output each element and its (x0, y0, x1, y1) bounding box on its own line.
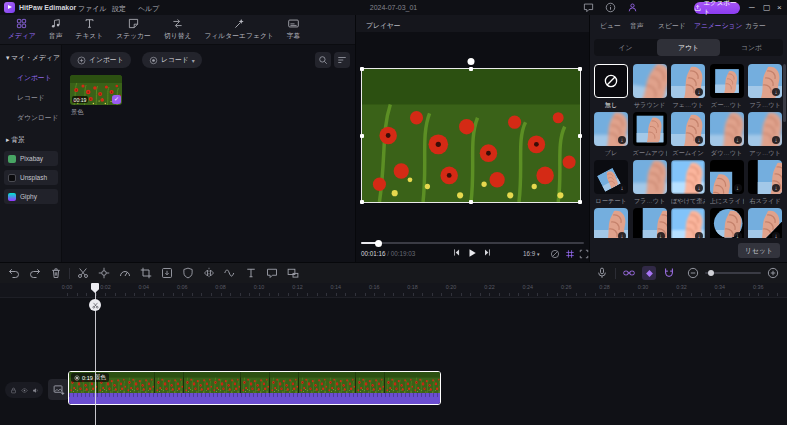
effect-card[interactable]: ↓ぼやけて歪み (671, 160, 705, 204)
effect-card[interactable]: ↓ローテート (594, 160, 628, 204)
mic-icon[interactable] (596, 267, 608, 279)
subtab-combo[interactable]: コンボ (720, 39, 783, 56)
menu-settings[interactable]: 設定 (112, 4, 126, 14)
text-tool-icon[interactable] (245, 267, 257, 279)
menu-help[interactable]: ヘルプ (138, 4, 160, 14)
sidebar-item-giphy[interactable]: Giphy (4, 189, 58, 204)
tab-speed[interactable]: スピード (658, 21, 686, 31)
crop-icon[interactable] (140, 267, 152, 279)
sidebar-item-download[interactable]: ダウンロード (17, 113, 59, 123)
add-media-to-track-button[interactable] (48, 379, 69, 400)
timeline-zoom-knob[interactable] (708, 270, 714, 276)
effect-card[interactable]: ↓ (748, 208, 782, 238)
lock-icon[interactable] (10, 387, 17, 394)
tab-animation[interactable]: アニメーション (694, 21, 743, 31)
effect-card[interactable]: ↓上にスライド (710, 160, 744, 204)
effect-card[interactable]: ↓ダウ…ウト (710, 112, 744, 156)
resize-handle-e[interactable] (578, 134, 582, 138)
fullscreen-icon[interactable] (579, 249, 589, 259)
subtab-out[interactable]: アウト (657, 39, 720, 56)
record-button[interactable]: レコード ▾ (142, 52, 202, 68)
speaker-icon[interactable] (32, 387, 39, 394)
pip-icon[interactable] (287, 267, 299, 279)
keyframe-toggle[interactable] (642, 266, 656, 280)
tab-audio[interactable]: 音声 (49, 18, 63, 41)
minimize-button[interactable]: ─ (749, 2, 755, 13)
next-frame-icon[interactable] (483, 248, 492, 257)
effect-card[interactable]: ↓サラウンド (633, 64, 667, 108)
speed-icon[interactable] (119, 267, 131, 279)
effect-card[interactable]: ↓ (710, 208, 744, 238)
effect-card[interactable]: ↓ズームアウト (633, 112, 667, 156)
resize-handle-s[interactable] (469, 200, 473, 204)
close-button[interactable]: × (777, 2, 782, 13)
menu-file[interactable]: ファイル (78, 4, 107, 14)
reset-button[interactable]: リセット (738, 243, 780, 258)
search-button[interactable] (315, 52, 331, 68)
effect-card[interactable]: ↓ブレ (594, 112, 628, 156)
account-icon[interactable] (627, 2, 638, 13)
timeline-ruler[interactable]: 0:000:020:040:060:080:100:120:140:160:18… (0, 283, 787, 298)
effect-card[interactable]: ↓ (671, 208, 705, 238)
link-toggle-icon[interactable] (623, 267, 635, 279)
resize-handle-nw[interactable] (360, 67, 364, 71)
resize-handle-w[interactable] (360, 134, 364, 138)
sort-button[interactable] (334, 52, 350, 68)
effect-card[interactable]: ↓アッ…ウト (748, 112, 782, 156)
tab-subtitle[interactable]: 字幕 (287, 18, 301, 41)
sidebar-item-unsplash[interactable]: Unsplash (4, 170, 58, 185)
effect-card[interactable]: ↓ (594, 208, 628, 238)
capture-icon[interactable] (550, 249, 560, 259)
tab-transition[interactable]: 切り替え (164, 18, 192, 41)
timeline-clip[interactable] (68, 371, 441, 405)
resize-handle-n[interactable] (469, 67, 473, 71)
info-icon[interactable] (605, 2, 616, 13)
resize-handle-sw[interactable] (360, 200, 364, 204)
player-progress-track[interactable] (361, 242, 584, 244)
play-icon[interactable] (467, 248, 477, 258)
sidebar-item-record[interactable]: レコード (17, 93, 45, 103)
timeline-zoom-slider[interactable] (705, 272, 761, 274)
effect-card[interactable]: ↓無し (594, 64, 628, 108)
restore-button[interactable]: ▢ (763, 2, 771, 13)
export-button[interactable]: エクスポート (694, 2, 740, 14)
effect-card[interactable]: ↓フラ…ウト (633, 160, 667, 204)
player-progress-knob[interactable] (375, 240, 382, 247)
subtab-in[interactable]: イン (594, 39, 657, 56)
flip-icon[interactable] (203, 267, 215, 279)
effect-card[interactable]: ↓ (633, 208, 667, 238)
resize-handle-ne[interactable] (578, 67, 582, 71)
panel-scrollbar[interactable] (783, 64, 786, 122)
mosaic-icon[interactable] (182, 267, 194, 279)
tab-media[interactable]: メディア (8, 18, 36, 41)
previous-frame-icon[interactable] (452, 248, 461, 257)
feedback-icon[interactable] (583, 2, 594, 13)
effect-card[interactable]: ↓ズー…ウト (710, 64, 744, 108)
denoise-icon[interactable] (224, 267, 236, 279)
sidebar-group-my-media[interactable]: ▾ マイ・メディア (6, 53, 60, 63)
trash-icon[interactable] (50, 267, 62, 279)
effect-card[interactable]: ↓フラ…ウト (748, 64, 782, 108)
grid-icon[interactable] (565, 249, 575, 259)
tab-color[interactable]: カラー (745, 21, 766, 31)
timeline-zoom-out-icon[interactable] (687, 267, 699, 279)
import-button[interactable]: インポート (70, 52, 131, 68)
effect-card[interactable]: ↓ズームイン (671, 112, 705, 156)
tab-view[interactable]: ビュー (600, 21, 621, 31)
effect-card[interactable]: ↓フェ…ウト (671, 64, 705, 108)
aspect-ratio-select[interactable]: 16:9 ▾ (523, 250, 540, 257)
resize-handle-se[interactable] (578, 200, 582, 204)
magnet-toggle-icon[interactable] (663, 267, 675, 279)
eye-icon[interactable] (21, 387, 28, 394)
export-frame-icon[interactable] (161, 267, 173, 279)
tab-filter-effects[interactable]: フィルターエフェクト (204, 18, 273, 41)
comment-icon[interactable] (266, 267, 278, 279)
tab-text[interactable]: テキスト (75, 18, 103, 41)
tab-audio-props[interactable]: 音声 (630, 21, 644, 31)
split-icon[interactable] (77, 267, 89, 279)
sidebar-item-pixabay[interactable]: Pixabay (4, 151, 58, 166)
tab-sticker[interactable]: ステッカー (116, 18, 151, 41)
playhead-split-button[interactable] (89, 299, 101, 311)
effect-card[interactable]: ↓右スライド (748, 160, 782, 204)
sidebar-item-import[interactable]: インポート (17, 73, 52, 83)
